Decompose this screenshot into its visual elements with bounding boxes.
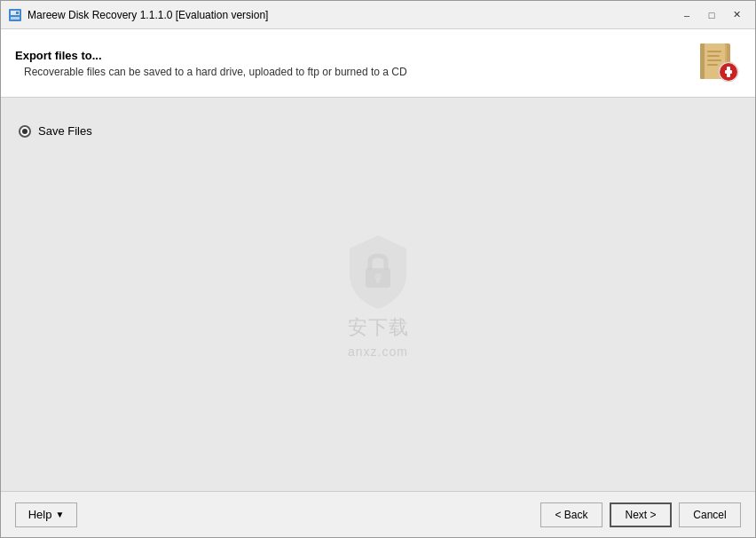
header-subtitle: Recoverable files can be saved to a hard…	[15, 66, 695, 78]
svg-rect-2	[16, 12, 19, 14]
watermark: 安下载 anxz.com	[343, 231, 413, 359]
back-button[interactable]: < Back	[540, 502, 602, 527]
header-section: Export files to... Recoverable files can…	[1, 29, 755, 98]
close-button[interactable]: ✕	[725, 4, 748, 26]
maximize-button[interactable]: □	[700, 4, 723, 26]
footer-right: < Back Next > Cancel	[540, 502, 741, 527]
window-controls: – □ ✕	[675, 4, 748, 26]
cancel-button[interactable]: Cancel	[679, 502, 741, 527]
svg-rect-16	[366, 268, 390, 288]
help-dropdown-arrow: ▼	[55, 510, 64, 519]
svg-rect-8	[707, 51, 721, 52]
svg-rect-11	[707, 64, 718, 66]
save-files-label: Save Files	[38, 124, 92, 138]
svg-rect-9	[707, 55, 720, 57]
main-window: Mareew Disk Recovery 1.1.1.0 [Evaluation…	[0, 0, 756, 538]
radio-inner	[22, 129, 28, 134]
help-button[interactable]: Help ▼	[15, 502, 77, 527]
save-files-option[interactable]: Save Files	[19, 124, 737, 138]
footer-left: Help ▼	[15, 502, 540, 527]
svg-rect-10	[707, 59, 721, 61]
app-icon	[8, 8, 22, 22]
svg-rect-3	[11, 17, 20, 20]
watermark-text1: 安下载	[348, 314, 409, 341]
svg-rect-18	[376, 278, 380, 283]
footer: Help ▼ < Back Next > Cancel	[1, 491, 755, 537]
minimize-button[interactable]: –	[675, 4, 698, 26]
svg-rect-15	[727, 67, 730, 77]
next-button[interactable]: Next >	[610, 502, 672, 527]
save-files-radio[interactable]	[19, 125, 31, 138]
window-title: Mareew Disk Recovery 1.1.1.0 [Evaluation…	[28, 9, 675, 21]
help-label: Help	[28, 508, 52, 521]
title-bar: Mareew Disk Recovery 1.1.1.0 [Evaluation…	[1, 1, 755, 29]
header-text-area: Export files to... Recoverable files can…	[15, 49, 695, 78]
svg-rect-7	[700, 44, 705, 79]
header-title: Export files to...	[15, 49, 695, 62]
svg-point-17	[374, 273, 382, 281]
watermark-text2: anxz.com	[348, 344, 408, 359]
header-icon	[695, 40, 741, 86]
content-area: Save Files 安下载 anxz.com	[1, 98, 755, 491]
